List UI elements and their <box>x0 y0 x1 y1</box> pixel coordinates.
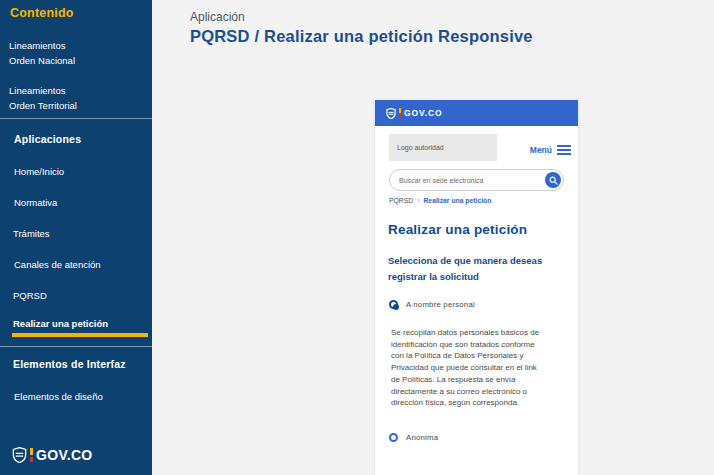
radio-unchecked-icon <box>389 433 398 442</box>
sidebar-title: Contenido <box>10 6 74 20</box>
sidebar-divider <box>0 346 152 347</box>
sidebar-item-home-inicio[interactable]: Home/Inicio <box>14 164 64 179</box>
sidebar: Contenido Lineamientos Orden Nacional Li… <box>0 0 152 475</box>
search-icon <box>549 176 558 185</box>
sidebar-item-normativa[interactable]: Normativa <box>14 195 57 210</box>
breadcrumb-pqrsd[interactable]: PQRSD <box>389 197 413 204</box>
page-title: PQRSD / Realizar una petición Responsive <box>190 27 533 46</box>
sidebar-section-elementos-interfaz: Elementos de Interfaz <box>13 358 126 370</box>
radio-option-anonima[interactable]: Anónima <box>389 433 438 442</box>
govco-logo-text: GOV.CO <box>404 108 443 118</box>
escudo-icon <box>12 447 27 463</box>
govco-logo-text: GOV.CO <box>36 447 93 463</box>
escudo-icon <box>386 108 396 119</box>
sidebar-divider <box>0 118 152 119</box>
page-kicker: Aplicación <box>190 10 245 24</box>
sidebar-item-pqrsd[interactable]: PQRSD <box>13 288 47 303</box>
radio-option-label: A nombre personal <box>406 300 475 309</box>
breadcrumb-separator-icon: › <box>417 197 419 204</box>
flag-divider-icon <box>399 108 401 118</box>
sidebar-item-elementos-de-diseno[interactable]: Elementos de diseño <box>14 389 103 404</box>
page: Contenido Lineamientos Orden Nacional Li… <box>0 0 714 475</box>
option-description: Se recopilan datos personales básicos de… <box>391 327 545 409</box>
sidebar-item-canales-de-atencion[interactable]: Canales de atención <box>14 257 101 272</box>
sidebar-item-realizar-una-peticion-active[interactable]: Realizar una petición <box>13 316 108 331</box>
sidebar-item-tramites[interactable]: Trámites <box>13 226 50 241</box>
menu-button[interactable]: Menú <box>530 143 571 157</box>
radio-option-label: Anónima <box>406 433 438 442</box>
mobile-mockup: GOV.CO Logo autoridad Menú PQRSD › Reali… <box>375 100 578 475</box>
radio-option-a-nombre-personal[interactable]: A nombre personal <box>389 300 475 309</box>
menu-label: Menú <box>530 145 552 155</box>
sidebar-section-aplicaciones: Aplicaciones <box>14 133 81 145</box>
govco-header-bar[interactable]: GOV.CO <box>375 100 578 126</box>
breadcrumb-current: Realizar una petición <box>423 197 491 204</box>
hamburger-icon <box>557 143 571 157</box>
petition-title: Realizar una petición <box>388 222 527 237</box>
flag-divider-icon <box>30 448 33 462</box>
govco-logo[interactable]: GOV.CO <box>12 447 93 463</box>
sidebar-item-lineamientos-territorial[interactable]: Lineamientos Orden Territorial <box>9 83 93 113</box>
search-button[interactable] <box>545 172 561 188</box>
radio-checked-icon <box>389 300 398 309</box>
search-bar <box>389 169 564 191</box>
breadcrumb: PQRSD › Realizar una petición <box>389 197 491 204</box>
search-input[interactable] <box>399 170 539 190</box>
active-item-underline <box>12 333 148 337</box>
sidebar-item-lineamientos-nacional[interactable]: Lineamientos Orden Nacional <box>9 38 93 68</box>
authority-logo-placeholder: Logo autoridad <box>389 134 497 161</box>
petition-question: Selecciona de que manera deseas registra… <box>388 253 570 285</box>
